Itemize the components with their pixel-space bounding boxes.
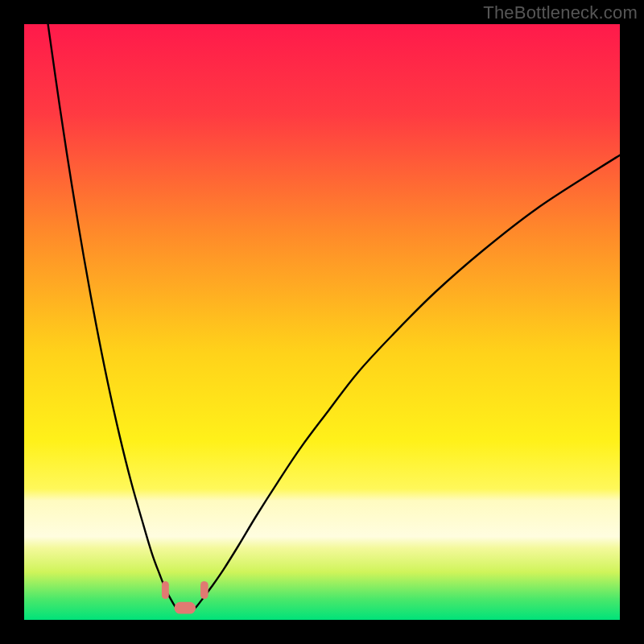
right-marker	[200, 581, 208, 599]
left-marker	[162, 581, 169, 599]
outer-frame: { "watermark": "TheBottleneck.com", "cha…	[0, 0, 644, 644]
center-marker	[174, 602, 196, 614]
bottleneck-chart	[24, 24, 620, 620]
chart-background	[24, 24, 620, 620]
watermark-label: TheBottleneck.com	[483, 2, 638, 23]
